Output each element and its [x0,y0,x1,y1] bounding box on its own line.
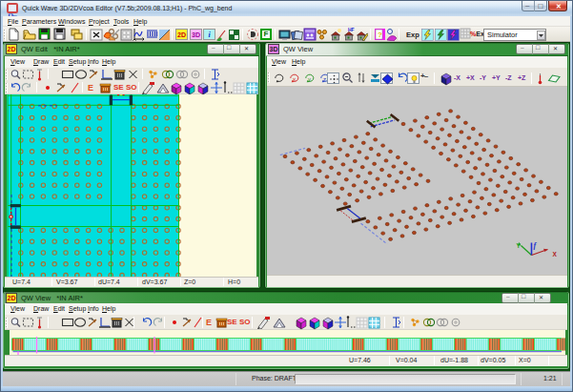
svg-text:x: x [293,76,296,82]
svg-text:z: z [323,76,326,82]
svg-text:y: y [308,76,311,82]
svg-text:HF: HF [348,28,355,32]
svg-text:Y: Y [517,242,522,249]
svg-text:?: ? [378,31,382,39]
svg-text:X: X [553,251,558,258]
